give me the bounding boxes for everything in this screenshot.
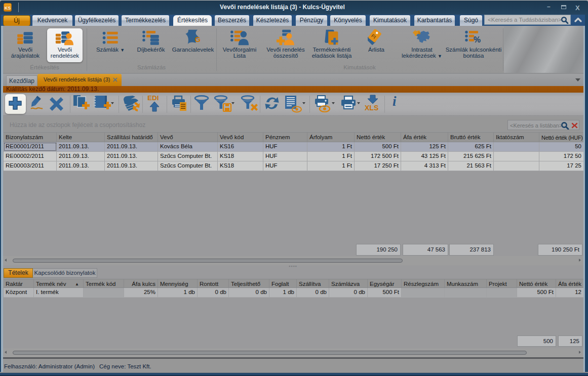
svg-text:EDI: EDI (147, 94, 159, 102)
svg-text:%: % (474, 35, 481, 44)
svg-text:XLS: XLS (365, 104, 378, 112)
svg-text:G: G (194, 35, 200, 43)
